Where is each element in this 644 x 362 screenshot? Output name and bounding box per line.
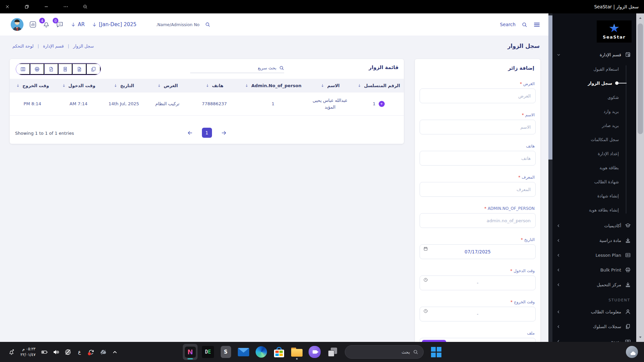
task-view[interactable] <box>325 344 340 360</box>
column-header[interactable]: الاسم <box>307 79 354 93</box>
column-header[interactable]: Admin.No_of_person <box>239 79 307 93</box>
sidebar-item-complaint[interactable]: شكوى <box>552 90 626 104</box>
admin-no-of-person-input[interactable]: admin.no_of_person <box>420 213 536 228</box>
start-button[interactable] <box>429 344 443 360</box>
microsoft-store[interactable] <box>272 344 286 360</box>
previous-page-icon[interactable] <box>187 130 193 136</box>
admission-search-input[interactable]: .Name/Admission No <box>156 22 210 27</box>
columns-button[interactable] <box>16 63 30 75</box>
n-app[interactable]: N <box>183 344 198 360</box>
sidebar-item-bulk-print[interactable]: Bulk Print <box>552 262 636 277</box>
phone-input[interactable]: هاتف <box>420 151 536 166</box>
column-header[interactable]: التاريخ <box>102 79 146 93</box>
sidebar-item-admin-department[interactable]: قسم الإدارة <box>552 47 636 62</box>
search-icon[interactable] <box>522 22 527 27</box>
video-call-app[interactable] <box>307 344 322 360</box>
chevron-up-icon[interactable] <box>111 349 118 356</box>
sidebar-item-admission-inquiry[interactable]: استعلام القبول <box>552 62 626 76</box>
column-header[interactable]: وقت الخروج <box>10 79 55 93</box>
next-page-icon[interactable] <box>221 130 227 136</box>
sidebar-item-create-id-card[interactable]: إنشاء بطاقة هوية <box>552 203 626 217</box>
breadcrumb-item[interactable]: سجل الزوار <box>73 44 94 49</box>
s-app[interactable]: S <box>218 344 233 360</box>
sidebar-item-call-log[interactable]: سجل المكالمات <box>552 132 626 146</box>
column-header[interactable]: الغرض <box>146 79 189 93</box>
page-number-button[interactable]: 1 <box>202 128 212 138</box>
exit-time-input[interactable]: - <box>420 307 536 321</box>
quick-search-input[interactable]: بحث سريع <box>190 63 284 73</box>
content-scrollbar-thumb[interactable] <box>548 15 552 160</box>
notifications-bell-icon[interactable] <box>8 349 15 356</box>
hamburger-menu-icon[interactable] <box>533 21 540 28</box>
seastar-logo[interactable]: SeaStar <box>597 20 632 43</box>
sidebar-item-download-center[interactable]: مركز التحميل <box>552 277 636 292</box>
sidebar-item-behavior-records[interactable]: سجلات السلوك <box>552 319 636 334</box>
messages-icon[interactable]: 0 <box>56 20 64 28</box>
sync-icon[interactable] <box>88 348 95 356</box>
restore-icon[interactable] <box>24 4 30 9</box>
purpose-field: الغرض*الغرض <box>420 81 536 103</box>
no-internet-icon[interactable] <box>64 349 71 356</box>
print-button[interactable] <box>30 63 44 75</box>
pdf-button[interactable] <box>44 63 58 75</box>
table-showing-status: Showing 1 to 1 of 1 entries <box>15 131 74 136</box>
stats-icon[interactable] <box>29 20 37 28</box>
date-input[interactable]: 07/17/2025 <box>420 244 536 259</box>
global-search-label[interactable]: Search <box>500 22 516 27</box>
input-language-indicator[interactable]: ع <box>76 349 83 355</box>
sidebar-item-inbox-mail[interactable]: بريد وارد <box>552 104 626 118</box>
close-icon[interactable] <box>5 4 10 9</box>
minimize-icon[interactable] <box>44 4 49 9</box>
sidebar-item-outbox-mail[interactable]: بريد صادر <box>552 118 626 132</box>
sidebar-item-id-card[interactable]: بطاقة هوية <box>552 161 626 175</box>
name-input[interactable]: الاسم <box>420 120 536 134</box>
taskbar-clock[interactable]: ٠٥:٢٣ م ٢٢/٠١/٤٧ <box>20 346 36 357</box>
sidebar-item-create-certificate[interactable]: إنشاء شهادة <box>552 189 626 203</box>
field-label: ملف <box>420 331 535 336</box>
table-cell: PM 8:14 <box>10 93 55 115</box>
entry-time-input[interactable]: - <box>420 276 536 290</box>
battery-icon[interactable] <box>41 349 48 356</box>
weather-widget[interactable] <box>626 346 638 358</box>
column-header[interactable]: هاتف <box>189 79 239 93</box>
edge-browser[interactable] <box>254 344 269 360</box>
zoom-out-icon[interactable] <box>83 4 88 9</box>
language-dropdown[interactable]: AR <box>70 21 85 27</box>
page-scrollbar-thumb[interactable] <box>638 23 643 134</box>
sidebar-item-label: Lesson Plan <box>595 253 621 258</box>
sidebar-item-academics[interactable]: أكاديميات <box>552 218 636 233</box>
file-explorer[interactable] <box>289 344 304 360</box>
sidebar-item-admin-setup[interactable]: إعداد الإدارة <box>552 146 626 161</box>
de-app[interactable]: DE <box>201 344 215 360</box>
more-icon[interactable] <box>63 4 68 9</box>
onedrive-paused-icon[interactable] <box>100 349 107 356</box>
excel-button[interactable] <box>72 63 87 75</box>
identifier-input[interactable]: المعرف <box>420 182 536 197</box>
sidebar-item-lesson-plan[interactable]: Lesson Plan <box>552 248 636 262</box>
volume-muted-icon[interactable] <box>53 349 60 356</box>
sidebar-item-student-information[interactable]: معلومات الطالب <box>552 304 636 319</box>
column-header[interactable]: وقت الدخول <box>55 79 102 93</box>
scroll-down-icon[interactable] <box>637 334 644 341</box>
table-cell: 778886237 <box>189 93 239 115</box>
taskbar-search-input[interactable]: بحث <box>345 345 424 359</box>
column-header[interactable]: الرقم المتسلسل <box>354 79 404 93</box>
mail-app[interactable] <box>236 344 251 360</box>
table-cell: 14th Jul, 2025 <box>102 93 146 115</box>
purpose-input[interactable]: الغرض <box>420 88 536 103</box>
scroll-up-icon[interactable] <box>637 15 644 21</box>
breadcrumb-item[interactable]: قسم الإدارة <box>43 44 64 49</box>
expand-row-button[interactable]: + <box>379 101 385 107</box>
sidebar-item-student-certificate[interactable]: شهادة الطالب <box>552 175 626 189</box>
notifications-bell-icon[interactable]: 4 <box>42 20 50 28</box>
document-button[interactable] <box>58 63 72 75</box>
breadcrumb-item[interactable]: لوحة التحكم <box>12 44 34 49</box>
sidebar-item-study-material[interactable]: مادة دراسية <box>552 233 636 248</box>
year-filter-dropdown[interactable]: [Jan-Dec] 2025 <box>92 21 137 27</box>
sidebar-item-visitor-log[interactable]: سجل الزوار <box>552 76 626 90</box>
file-input[interactable]: ملفتصفح <box>420 338 536 342</box>
sidebar-item-fees[interactable]: رسوم <box>552 334 636 342</box>
copy-button[interactable] <box>87 63 101 75</box>
avatar[interactable] <box>11 18 23 31</box>
clock-icon <box>423 278 428 282</box>
